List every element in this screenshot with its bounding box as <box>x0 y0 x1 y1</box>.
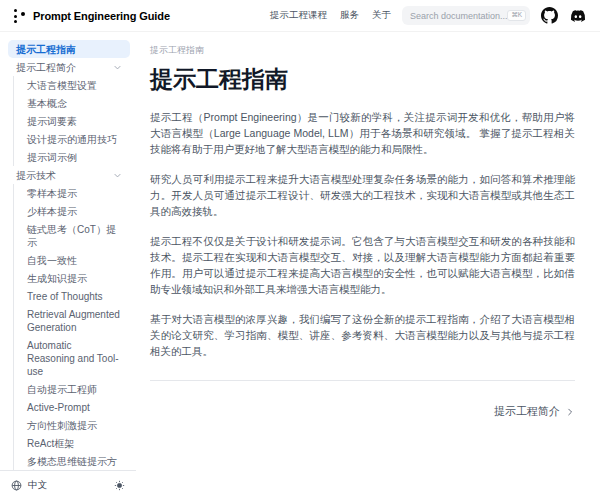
sidebar-item-label: Tree of Thoughts <box>27 290 103 303</box>
sidebar-item[interactable]: 提示词要素 <box>13 112 130 130</box>
sidebar-item-label: 提示词要素 <box>27 115 77 128</box>
content-divider <box>150 380 575 381</box>
content-paragraph: 提示工程（Prompt Engineering）是一门较新的学科，关注提示词开发… <box>150 109 575 157</box>
top-header: Prompt Engineering Guide 提示工程课程服务关于 ⌘K <box>0 0 600 31</box>
chevron-down-icon <box>113 171 122 180</box>
sidebar-item[interactable]: 提示技术 <box>8 166 130 184</box>
sidebar-item-label: 链式思考（CoT）提示 <box>27 223 122 249</box>
sidebar-item-label: 生成知识提示 <box>27 272 87 285</box>
pager: 提示工程简介 <box>150 404 575 419</box>
content-paragraph: 研究人员可利用提示工程来提升大语言模型处理复杂任务场景的能力，如问答和算术推理能… <box>150 171 575 219</box>
sidebar-item-label: 大语言模型设置 <box>27 79 97 92</box>
next-page-link[interactable]: 提示工程简介 <box>494 404 575 419</box>
sidebar-item[interactable]: 生成知识提示 <box>13 269 130 287</box>
header-nav: 提示工程课程服务关于 <box>270 9 391 22</box>
sidebar-item-label: 设计提示的通用技巧 <box>27 133 117 146</box>
sidebar-item-label: 提示工程指南 <box>16 43 76 56</box>
sidebar-item-label: 方向性刺激提示 <box>27 419 97 432</box>
header-nav-link[interactable]: 关于 <box>372 9 391 22</box>
next-page-label: 提示工程简介 <box>494 404 560 419</box>
sidebar-item-label: 多模态思维链提示方法 <box>27 455 122 471</box>
sidebar-item-label: 零样本提示 <box>27 187 77 200</box>
sidebar-item-label: ReAct框架 <box>27 437 74 450</box>
theme-toggle[interactable] <box>114 480 125 491</box>
globe-icon <box>11 480 22 491</box>
sidebar-item-label: 自我一致性 <box>27 254 77 267</box>
sidebar-nav: 提示工程指南 提示工程简介 大语言模型设置 基本概念 提示词要素 设计提示的通用… <box>0 31 136 470</box>
language-selector[interactable]: 中文 <box>11 479 47 492</box>
chevron-right-icon <box>565 407 575 417</box>
sidebar-item-label: 基本概念 <box>27 97 67 110</box>
sidebar-item-label: Active-Prompt <box>27 401 90 414</box>
sidebar-item[interactable]: Retrieval Augmented Generation <box>13 305 130 336</box>
sidebar-item[interactable]: 提示工程简介 <box>8 58 130 76</box>
discord-icon[interactable] <box>569 7 587 25</box>
sidebar-item-label: Automatic Reasoning and Tool-use <box>27 339 122 378</box>
main-content: 提示工程指南 提示工程指南 提示工程（Prompt Engineering）是一… <box>136 31 600 500</box>
language-label: 中文 <box>28 479 47 492</box>
sidebar-item[interactable]: 链式思考（CoT）提示 <box>13 220 130 251</box>
search-input[interactable] <box>410 11 507 21</box>
content-paragraph: 基于对大语言模型的浓厚兴趣，我们编写了这份全新的提示工程指南，介绍了大语言模型相… <box>150 311 575 359</box>
article-body: 提示工程（Prompt Engineering）是一门较新的学科，关注提示词开发… <box>150 109 575 359</box>
sidebar-item-label: 少样本提示 <box>27 205 77 218</box>
brand-title: Prompt Engineering Guide <box>33 10 170 22</box>
sidebar-item[interactable]: ReAct框架 <box>13 434 130 452</box>
brand-logo[interactable]: Prompt Engineering Guide <box>13 8 170 23</box>
sidebar-item[interactable]: 设计提示的通用技巧 <box>13 130 130 148</box>
search-shortcut-kbd: ⌘K <box>507 10 526 21</box>
logo-dots-icon <box>13 8 26 23</box>
sidebar-item[interactable]: 自动提示工程师 <box>13 380 130 398</box>
sidebar-item[interactable]: 自我一致性 <box>13 251 130 269</box>
sidebar-item[interactable]: Automatic Reasoning and Tool-use <box>13 336 130 380</box>
sidebar-item[interactable]: 基本概念 <box>13 94 130 112</box>
sidebar-item[interactable]: 零样本提示 <box>13 184 130 202</box>
breadcrumb: 提示工程指南 <box>150 44 575 57</box>
sidebar-item[interactable]: Active-Prompt <box>13 398 130 416</box>
sidebar-item-label: 提示词示例 <box>27 151 77 164</box>
sidebar-item[interactable]: 方向性刺激提示 <box>13 416 130 434</box>
sidebar-item-label: 提示工程简介 <box>16 61 76 74</box>
sidebar-item-label: Retrieval Augmented Generation <box>27 308 122 334</box>
search-box[interactable]: ⌘K <box>402 6 530 25</box>
sidebar-item-label: 提示技术 <box>16 169 56 182</box>
sidebar-item-label: 自动提示工程师 <box>27 383 97 396</box>
sidebar-item[interactable]: 提示词示例 <box>13 148 130 166</box>
sidebar-item[interactable]: Tree of Thoughts <box>13 287 130 305</box>
sidebar-item[interactable]: 大语言模型设置 <box>13 76 130 94</box>
sidebar-footer: 中文 <box>0 470 136 500</box>
header-nav-link[interactable]: 提示工程课程 <box>270 9 327 22</box>
sun-icon <box>114 480 125 491</box>
header-nav-link[interactable]: 服务 <box>340 9 359 22</box>
page-title: 提示工程指南 <box>150 64 575 95</box>
sidebar-item[interactable]: 少样本提示 <box>13 202 130 220</box>
sidebar-item[interactable]: 提示工程指南 <box>8 40 130 58</box>
chevron-down-icon <box>113 63 122 72</box>
github-icon[interactable] <box>541 7 558 24</box>
content-paragraph: 提示工程不仅仅是关于设计和研发提示词。它包含了与大语言模型交互和研发的各种技能和… <box>150 233 575 297</box>
sidebar-item[interactable]: 多模态思维链提示方法 <box>13 452 130 470</box>
